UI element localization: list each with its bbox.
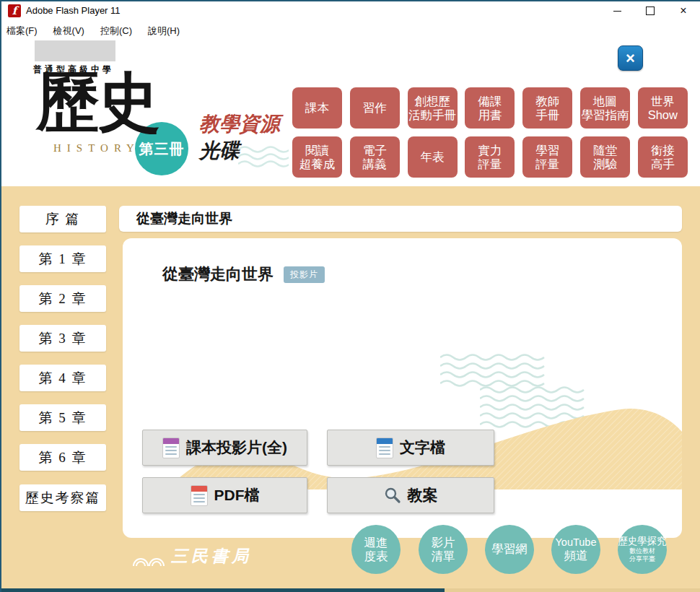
sidebar-item-ch1[interactable]: 第 1 章 [19, 245, 106, 272]
bottom-strip-tan [445, 588, 700, 592]
window-controls: × [600, 0, 700, 22]
btn-map-guide[interactable]: 地圖學習指南 [580, 87, 630, 129]
publisher-arches-icon [132, 552, 165, 567]
doc-file-icon [376, 438, 393, 458]
ppt-file-icon [162, 438, 180, 458]
sidebar-item-ch4[interactable]: 第 4 章 [19, 365, 106, 391]
btn-teacher-manual[interactable]: 教師手冊 [522, 87, 572, 129]
subject-logo-latin: HISTORY [53, 142, 140, 154]
circle-learning-site[interactable]: 學習網 [485, 525, 534, 574]
btn-learning-assessment[interactable]: 學習評量 [522, 136, 572, 178]
sidebar-item-ch2[interactable]: 第 2 章 [19, 285, 106, 312]
circle-video-list[interactable]: 影片清單 [419, 525, 468, 574]
slide-tag: 投影片 [284, 266, 325, 283]
bottom-strip-dark [0, 588, 445, 592]
btn-text-file[interactable]: 文字檔 [327, 430, 494, 466]
flash-player-icon: f [8, 4, 21, 17]
header-stage: 普通型高級中學 第三冊 歷史 HISTORY 教學資源 光碟 課本 習作 創想歷… [0, 40, 700, 186]
btn-lesson-plan[interactable]: 教案 [327, 477, 494, 513]
main-stage: 序 篇 第 1 章 第 2 章 第 3 章 第 4 章 第 5 章 第 6 章 … [0, 186, 700, 592]
content-heading: 從臺灣走向世界 投影片 [162, 264, 325, 285]
btn-pdf-file[interactable]: PDF檔 [142, 477, 307, 513]
window-title: Adobe Flash Player 11 [26, 5, 121, 16]
close-window-button[interactable]: × [667, 0, 700, 22]
resource-button-grid: 課本 習作 創想歷活動手冊 備課用書 教師手冊 地圖學習指南 世界Show 閱讀… [292, 87, 688, 178]
pdf-file-icon [191, 485, 208, 506]
content-panel: 從臺灣走向世界 投影片 課本投影片(全) 文字檔 PDF檔 教案 [123, 238, 682, 538]
menu-bar: 檔案(F) 檢視(V) 控制(C) 說明(H) [0, 22, 700, 40]
maximize-button[interactable] [634, 0, 667, 22]
subject-logo: 歷史 [36, 71, 157, 134]
section-header: 從臺灣走向世界 [119, 206, 682, 232]
sidebar-item-intro[interactable]: 序 篇 [19, 206, 106, 232]
title-bar: f Adobe Flash Player 11 × [0, 0, 700, 22]
menu-file[interactable]: 檔案(F) [0, 22, 45, 40]
btn-quiz[interactable]: 隨堂測驗 [580, 136, 630, 178]
publisher-logo: 三民書局 [132, 545, 252, 567]
btn-reading[interactable]: 閱讀超養成 [292, 136, 342, 178]
resource-subtitle: 光碟 [199, 137, 240, 165]
btn-bridging[interactable]: 銜接高手 [638, 136, 688, 178]
sidebar-item-ch6[interactable]: 第 6 章 [19, 444, 106, 471]
btn-e-lecture[interactable]: 電子講義 [350, 136, 400, 178]
section-title: 從臺灣走向世界 [136, 209, 232, 228]
btn-textbook[interactable]: 課本 [292, 87, 342, 129]
wave-pattern [440, 354, 547, 390]
resource-title: 教學資源 [199, 110, 280, 138]
circle-weekly-schedule[interactable]: 週進度表 [351, 525, 401, 574]
sidebar-item-ch3[interactable]: 第 3 章 [19, 325, 106, 352]
btn-workbook[interactable]: 習作 [350, 87, 400, 129]
sidebar-item-field-study[interactable]: 歷史考察篇 [19, 484, 106, 511]
btn-world-show[interactable]: 世界Show [638, 87, 688, 129]
menu-control[interactable]: 控制(C) [92, 22, 140, 40]
minimize-button[interactable] [600, 0, 634, 22]
btn-lesson-prep-book[interactable]: 備課用書 [465, 87, 515, 129]
circle-youtube-channel[interactable]: YouTube頻道 [551, 525, 600, 574]
circle-history-inquiry-platform[interactable]: 歷史學探究 數位教材 分享平臺 [618, 525, 667, 574]
btn-timeline[interactable]: 年表 [408, 136, 458, 178]
content-title: 從臺灣走向世界 [162, 264, 274, 285]
magnifier-icon [384, 487, 401, 504]
logo-placeholder-box [35, 40, 115, 61]
btn-activity-manual[interactable]: 創想歷活動手冊 [408, 87, 458, 129]
wave-pattern [238, 146, 289, 172]
sidebar-item-ch5[interactable]: 第 5 章 [19, 404, 106, 431]
menu-help[interactable]: 說明(H) [140, 22, 188, 40]
btn-ability-assessment[interactable]: 實力評量 [465, 136, 515, 178]
btn-textbook-slides-all[interactable]: 課本投影片(全) [142, 430, 307, 466]
publisher-name: 三民書局 [171, 545, 252, 567]
app-close-button[interactable]: × [618, 45, 643, 71]
menu-view[interactable]: 檢視(V) [45, 22, 92, 40]
